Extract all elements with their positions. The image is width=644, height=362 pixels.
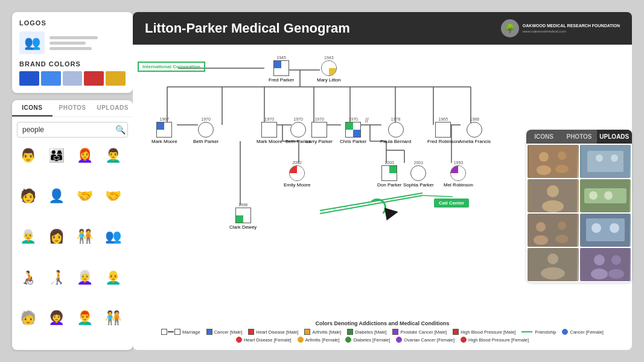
- person-node-fred-parker: 1945 Fred Parker: [269, 56, 294, 83]
- icon-item-18[interactable]: 👩‍🦱: [45, 307, 67, 329]
- person-shape: [321, 60, 337, 76]
- person-year: 1967: [160, 117, 170, 121]
- svg-point-49: [534, 235, 548, 245]
- legend-label: Cancer [Female]: [570, 329, 603, 335]
- org-name: OAKWOOD MEDICAL RESEARCH FOUNDATION: [523, 23, 620, 29]
- icon-item-14[interactable]: 🧑‍🦯: [45, 267, 67, 288]
- svg-rect-37: [587, 151, 623, 172]
- tab-icons-right[interactable]: ICONS: [526, 130, 561, 144]
- person-node-don-parker: 2003 Don Parker: [377, 160, 401, 188]
- tab-photos-right[interactable]: PHOTOS: [561, 130, 596, 144]
- photo-thumb-4[interactable]: [580, 179, 631, 212]
- icons-panel: ICONS PHOTOS UPLOADS 🔍 👨 👨‍👩‍👧 👩‍🦰 👨‍🦱 🧑…: [12, 100, 133, 350]
- svg-point-57: [547, 253, 558, 264]
- legend-label: Cancer [Male]: [214, 329, 243, 335]
- legend-item-arthritis-male: Arthritis [Male]: [304, 329, 341, 335]
- swatch-3[interactable]: [63, 71, 83, 86]
- legend-title: Colors Denoting Addictions and Medical C…: [139, 320, 626, 326]
- genogram-title: Litton-Parker Medical Genogram: [145, 21, 350, 36]
- photo-thumb-7[interactable]: [528, 248, 579, 281]
- legend-label: High Blood Pressure [Male]: [461, 329, 515, 335]
- person-year: 2003: [384, 160, 394, 165]
- icon-item-20[interactable]: 🧑‍🤝‍🧑: [102, 307, 124, 329]
- person-year: 1966: [470, 117, 480, 121]
- legend-item-diabetes-male: Diabetes [Male]: [347, 329, 386, 335]
- icon-item-12[interactable]: 👥: [102, 226, 124, 247]
- legend-item-prostate-male: Prostate Cancer [Male]: [392, 329, 447, 335]
- icon-item-5[interactable]: 🧑: [17, 185, 39, 207]
- person-name: Mary Litton: [317, 77, 341, 83]
- person-name: Amelia Francis: [459, 139, 491, 144]
- search-bar[interactable]: 🔍: [17, 122, 128, 138]
- person-shape: [410, 165, 426, 181]
- svg-point-60: [594, 255, 605, 265]
- person-node-sophia-parker: 2001 Sophia Parker: [403, 160, 434, 188]
- photo-thumb-6[interactable]: [580, 214, 631, 247]
- icon-item-11[interactable]: 🧑‍🤝‍🧑: [74, 226, 95, 247]
- icon-item-15[interactable]: 👩‍🦳: [74, 267, 95, 288]
- legend-item-ovarian: Ovarian Cancer [Female]: [396, 337, 454, 343]
- tab-uploads-right[interactable]: UPLOADS: [597, 130, 632, 144]
- logo-preview: 👥: [19, 31, 126, 54]
- search-input[interactable]: [22, 125, 113, 134]
- svg-point-58: [541, 267, 565, 279]
- person-node-paula-bernard: 1978 Paula Bernard: [380, 117, 411, 144]
- svg-point-54: [591, 223, 601, 233]
- icon-item-1[interactable]: 👨: [17, 145, 39, 167]
- legend-item-friendship: Friendship: [521, 329, 556, 335]
- icon-item-16[interactable]: 👨‍🦲: [102, 267, 124, 288]
- icon-item-9[interactable]: 👨‍🦳: [17, 226, 39, 247]
- icon-item-6[interactable]: 👤: [45, 185, 67, 207]
- person-shape: [290, 122, 306, 138]
- icon-item-17[interactable]: 🧓: [17, 307, 39, 329]
- icon-item-4[interactable]: 👨‍🦱: [102, 145, 124, 167]
- tab-icons[interactable]: ICONS: [12, 100, 53, 116]
- person-name: Mark Moore: [257, 139, 282, 144]
- legend-item-heart-female: Heart Disease [Female]: [236, 337, 292, 343]
- icon-item-19[interactable]: 👨‍🦰: [74, 307, 95, 329]
- right-panel-tabs: ICONS PHOTOS UPLOADS: [526, 130, 632, 144]
- icon-item-13[interactable]: 🧑‍🦽: [17, 267, 39, 288]
- person-node-mark-moore: 1967 Mark Moore: [151, 117, 177, 144]
- genogram-header: Litton-Parker Medical Genogram 🌳 OAKWOOD…: [133, 12, 632, 45]
- svg-point-51: [555, 235, 569, 243]
- swatch-2[interactable]: [41, 71, 61, 86]
- person-shape: [345, 122, 361, 138]
- person-year: 2002: [292, 160, 302, 165]
- icon-item-3[interactable]: 👩‍🦰: [74, 145, 95, 167]
- swatch-1[interactable]: [19, 71, 39, 86]
- person-shape: [381, 165, 397, 181]
- tab-uploads[interactable]: UPLOADS: [92, 100, 133, 116]
- photo-thumb-8[interactable]: [580, 248, 631, 281]
- svg-point-46: [604, 191, 613, 200]
- org-url: www.oakwoodmedical.com: [523, 29, 620, 34]
- icon-item-8[interactable]: 🤝: [102, 185, 124, 207]
- icon-item-10[interactable]: 👩: [45, 226, 67, 247]
- person-year: 1943: [324, 56, 334, 60]
- legend-label: Prostate Cancer [Male]: [400, 329, 447, 335]
- legend-label: Diabetes [Female]: [353, 337, 390, 343]
- icon-item-7[interactable]: 🤝: [74, 185, 95, 207]
- photo-thumb-5[interactable]: [528, 214, 579, 247]
- svg-point-38: [596, 154, 603, 162]
- legend-label: Heart Disease [Female]: [244, 337, 292, 343]
- person-year: 2001: [414, 160, 424, 165]
- legend-label: Diabetes [Male]: [355, 329, 386, 335]
- person-node-mel-robinson: 1993 Mel Robinson: [444, 160, 473, 188]
- swatch-5[interactable]: [106, 71, 126, 86]
- tab-photos[interactable]: PHOTOS: [53, 100, 93, 116]
- legend-item-arthritis-female: Arthritis [Female]: [298, 337, 340, 343]
- photo-thumb-2[interactable]: [580, 145, 631, 178]
- person-year: 1970: [265, 117, 275, 121]
- swatch-4[interactable]: [84, 71, 104, 86]
- person-year: 1970: [348, 117, 358, 121]
- person-name: Paula Bernard: [380, 139, 411, 144]
- icon-item-2[interactable]: 👨‍👩‍👧: [45, 145, 67, 167]
- photo-thumb-1[interactable]: [528, 145, 579, 178]
- svg-point-62: [611, 255, 621, 265]
- photo-thumb-3[interactable]: [528, 179, 579, 212]
- legend-item-cancer-male: Cancer [Male]: [206, 329, 243, 335]
- legend-item-hbp-female: High Blood Pressure [Female]: [461, 337, 529, 343]
- person-shape: [289, 165, 305, 181]
- person-node-mark-moore2: 1970 Mark Moore: [257, 117, 282, 144]
